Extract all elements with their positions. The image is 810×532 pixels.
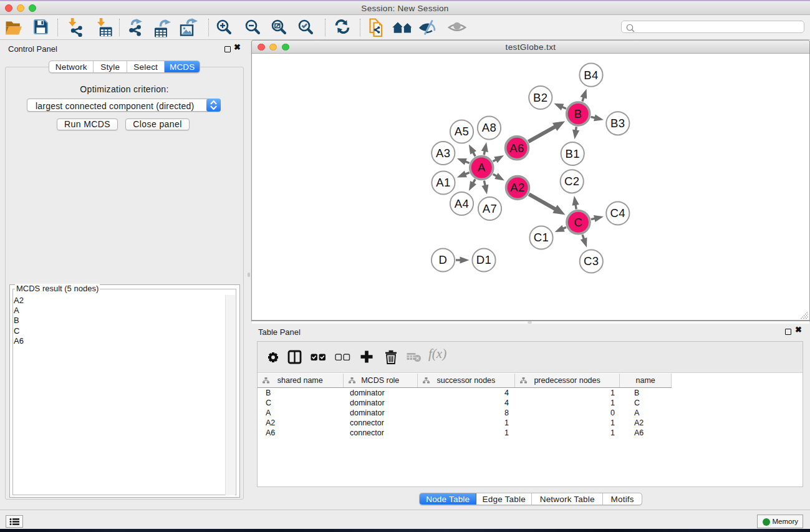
svg-text:C2: C2 [564, 175, 579, 188]
svg-text:A2: A2 [510, 181, 524, 194]
svg-text:A1: A1 [436, 176, 450, 189]
svg-text:A3: A3 [436, 147, 450, 160]
svg-text:D: D [439, 253, 448, 266]
svg-text:C3: C3 [584, 254, 599, 268]
svg-text:B: B [574, 107, 582, 120]
svg-text:C4: C4 [610, 206, 625, 220]
svg-text:B4: B4 [584, 69, 598, 82]
svg-text:C: C [574, 216, 583, 229]
svg-text:A: A [478, 161, 486, 174]
svg-text:A5: A5 [455, 125, 469, 138]
svg-text:C1: C1 [534, 231, 549, 244]
svg-text:B3: B3 [610, 117, 625, 130]
svg-text:B1: B1 [565, 147, 579, 160]
svg-text:A7: A7 [483, 202, 497, 215]
svg-text:A4: A4 [455, 197, 469, 210]
svg-text:A8: A8 [482, 121, 496, 134]
svg-text:A6: A6 [509, 142, 524, 155]
svg-text:D1: D1 [476, 253, 491, 266]
svg-text:B2: B2 [533, 91, 547, 104]
